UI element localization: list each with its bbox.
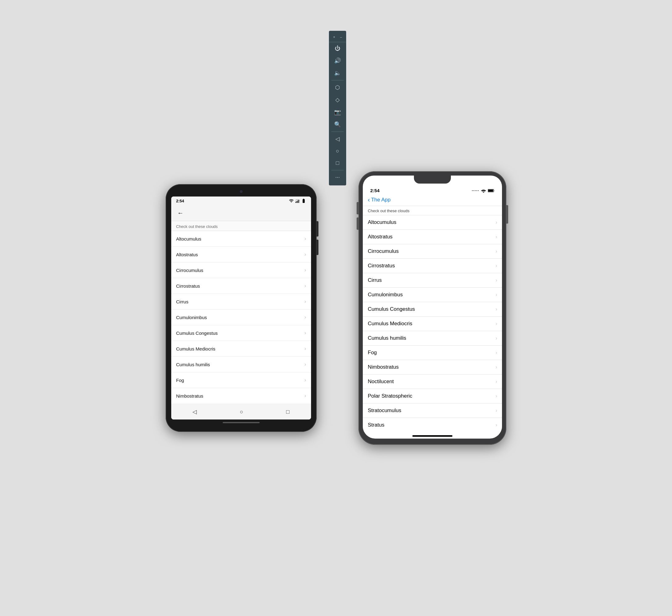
svg-rect-3 [298, 200, 299, 203]
android-front-camera [239, 190, 243, 193]
emulator-zoom-button[interactable]: 🔍 [329, 119, 346, 130]
ios-status-bar: 2:54 ••••• [363, 187, 502, 194]
ios-item-chevron: › [496, 350, 497, 355]
emulator-minimize-button[interactable]: – [339, 34, 343, 39]
ios-item-chevron: › [496, 249, 497, 254]
ios-notch-area [363, 176, 502, 187]
emulator-toolbar: × – ⏻ 🔊 🔈 ⬡ ◇ 📷 🔍 ◁ ○ □ ··· [329, 31, 346, 185]
android-status-bar: 2:54 [171, 197, 311, 205]
ios-list-item[interactable]: Nimbostratus › [363, 360, 502, 375]
ios-item-chevron: › [496, 364, 497, 370]
ios-item-chevron: › [496, 278, 497, 283]
ios-back-label: The App [371, 197, 391, 203]
ios-list-item[interactable]: Cumulonimbus › [363, 288, 502, 302]
ios-item-text: Stratus [368, 422, 384, 428]
android-nav-bar: ◁ ○ □ [171, 403, 311, 419]
android-list-item[interactable]: Cumulus Mediocris › [171, 341, 311, 357]
emulator-square-button[interactable]: □ [329, 157, 346, 169]
ios-phone: 2:54 ••••• ‹ The App Chec [358, 171, 506, 445]
ios-vol-up-button[interactable] [357, 202, 358, 214]
battery-icon [301, 198, 306, 203]
android-list-item[interactable]: Cirrus › [171, 294, 311, 310]
android-list-item[interactable]: Altostratus › [171, 247, 311, 262]
ios-item-chevron: › [496, 422, 497, 428]
ios-item-text: Cirrus [368, 277, 382, 283]
svg-rect-2 [298, 201, 298, 203]
emulator-back-button[interactable]: ◁ [329, 133, 346, 145]
ios-list-item[interactable]: Cumulus Congestus › [363, 302, 502, 317]
ios-back-button[interactable]: ‹ The App [368, 196, 391, 203]
ios-side-button[interactable] [506, 205, 508, 224]
emulator-screenshot-button[interactable]: 📷 [329, 106, 346, 118]
android-screen: 2:54 ← Check out these clouds Altocumulu… [171, 197, 311, 419]
android-item-text: Cumulus Mediocris [176, 346, 216, 351]
emulator-divider-1 [331, 80, 344, 80]
android-vol-up[interactable] [317, 221, 318, 237]
android-list-item[interactable]: Nimbostratus › [171, 388, 311, 403]
emulator-power-button[interactable]: ⏻ [329, 43, 346, 54]
ios-item-text: Noctilucent [368, 379, 394, 385]
android-list-item[interactable]: Cirrostratus › [171, 278, 311, 294]
ios-vol-down-button[interactable] [357, 217, 358, 230]
ios-item-chevron: › [496, 306, 497, 312]
ios-item-text: Cumulonimbus [368, 292, 403, 298]
ios-list-item[interactable]: Noctilucent › [363, 375, 502, 389]
ios-item-text: Altostratus [368, 234, 392, 240]
ios-list-item[interactable]: Cumulus Mediocris › [363, 317, 502, 331]
ios-carrier-icon: ••••• [472, 189, 479, 192]
android-list-item[interactable]: Cumulus humilis › [171, 357, 311, 372]
android-recents-nav[interactable]: □ [280, 407, 296, 416]
android-item-text: Cumulus humilis [176, 362, 210, 367]
emulator-fold-button[interactable]: ◇ [329, 94, 346, 106]
android-item-chevron: › [304, 330, 306, 336]
emulator-close-button[interactable]: × [332, 34, 336, 39]
android-list-item[interactable]: Fog › [171, 372, 311, 388]
android-list-item[interactable]: Cirrocumulus › [171, 262, 311, 278]
ios-list-item[interactable]: Fog › [363, 346, 502, 360]
emulator-more-button[interactable]: ··· [329, 172, 346, 183]
android-back-button[interactable]: ← [176, 208, 185, 218]
android-item-text: Fog [176, 378, 184, 383]
svg-rect-1 [296, 201, 297, 203]
ios-item-chevron: › [496, 292, 497, 298]
ios-list-header: Check out these clouds [363, 206, 502, 215]
android-status-icons [289, 198, 306, 203]
ios-list-item[interactable]: Altostratus › [363, 230, 502, 244]
android-home-nav[interactable]: ○ [234, 407, 249, 416]
ios-list-item[interactable]: Stratus › [363, 418, 502, 432]
android-list-item[interactable]: Altocumulus › [171, 231, 311, 247]
android-list-item[interactable]: Cumulus Congestus › [171, 325, 311, 341]
android-item-text: Nimbostratus [176, 393, 203, 399]
android-item-text: Cirrocumulus [176, 268, 203, 273]
ios-list-item[interactable]: Polar Stratospheric › [363, 389, 502, 403]
ios-item-text: Cumulus Mediocris [368, 321, 412, 327]
android-list-item[interactable]: Cumulonimbus › [171, 310, 311, 325]
emulator-home-button[interactable]: ○ [329, 145, 346, 157]
android-item-text: Cirrus [176, 299, 188, 304]
android-vol-down[interactable] [317, 240, 318, 255]
android-toolbar: ← [171, 205, 311, 221]
ios-cloud-list: Altocumulus › Altostratus › Cirrocumulus… [363, 215, 502, 432]
ios-list-item[interactable]: Cumulus humilis › [363, 331, 502, 346]
ios-list-item[interactable]: Stratocumulus › [363, 403, 502, 418]
ios-home-indicator [412, 435, 452, 437]
ios-item-chevron: › [496, 220, 497, 225]
ios-list-item[interactable]: Cirrus › [363, 273, 502, 288]
ios-item-text: Cirrocumulus [368, 248, 399, 254]
emulator-rotate-button[interactable]: ⬡ [329, 82, 346, 93]
android-back-nav[interactable]: ◁ [186, 407, 203, 416]
emulator-vol-up-button[interactable]: 🔊 [329, 55, 346, 67]
emulator-vol-down-button[interactable]: 🔈 [329, 67, 346, 79]
android-phone: 2:54 ← Check out these clouds Altocumulu… [166, 184, 317, 432]
ios-list-item[interactable]: Altocumulus › [363, 215, 502, 230]
ios-screen: 2:54 ••••• ‹ The App Chec [363, 187, 502, 439]
android-item-chevron: › [304, 283, 306, 289]
ios-list-item[interactable]: Cirrocumulus › [363, 244, 502, 259]
ios-item-chevron: › [496, 335, 497, 341]
wifi-icon [289, 198, 294, 203]
svg-rect-0 [295, 202, 296, 203]
ios-list-item[interactable]: Cirrostratus › [363, 259, 502, 273]
svg-rect-5 [488, 189, 493, 192]
ios-battery-icon [488, 189, 495, 193]
ios-item-chevron: › [496, 263, 497, 269]
